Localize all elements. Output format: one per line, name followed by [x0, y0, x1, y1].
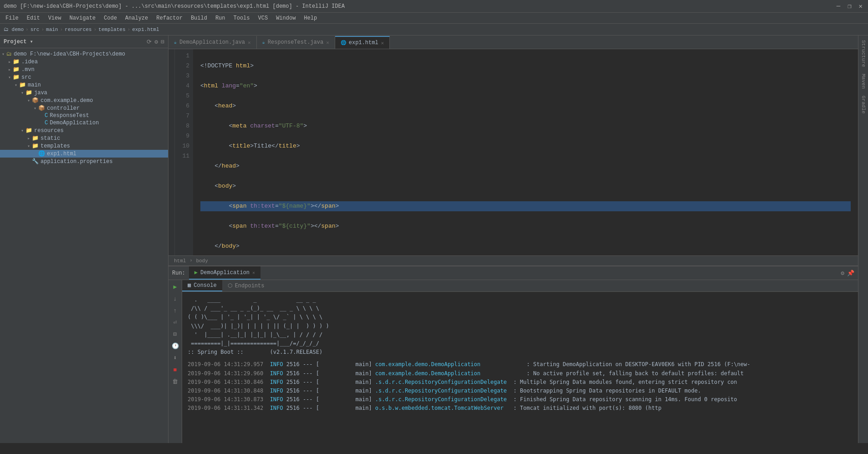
- tree-item-static[interactable]: ▸ 📁 static: [0, 134, 168, 142]
- tree-label-static: static: [41, 135, 60, 142]
- tab-responsetest[interactable]: ☕ ResponseTest.java ✕: [257, 36, 335, 49]
- menu-item-analyze[interactable]: Analyze: [122, 14, 152, 22]
- tree-item-resources[interactable]: ▾ 📁 resources: [0, 127, 168, 134]
- import-button[interactable]: ⬇: [170, 353, 180, 363]
- close-button[interactable]: ✕: [857, 2, 864, 10]
- breadcrumb-resources[interactable]: resources: [65, 27, 92, 32]
- tree-file-icon-exp1html: 🌐: [38, 150, 45, 157]
- tree-item-controller[interactable]: ▾ 📦 controller: [0, 104, 168, 112]
- code-line-3: <head>: [200, 101, 851, 111]
- menu-item-view[interactable]: View: [45, 14, 65, 22]
- window-controls[interactable]: — ❐ ✕: [835, 2, 864, 10]
- scroll-down-button[interactable]: ↓: [170, 294, 180, 304]
- breadcrumb-templates[interactable]: templates: [98, 27, 125, 32]
- menu-item-run[interactable]: Run: [212, 14, 229, 22]
- console-tab[interactable]: ▦ Console: [182, 280, 222, 291]
- gradle-icon[interactable]: Gradle: [860, 93, 867, 117]
- tree-item-src[interactable]: ▾ 📁 src: [0, 73, 168, 81]
- tree-file-icon-java: 📁: [26, 89, 32, 96]
- tree-item-templates[interactable]: ▾ 📁 templates: [0, 142, 168, 150]
- minimize-button[interactable]: —: [835, 2, 842, 10]
- tree-item-DemoApplication[interactable]: C DemoApplication: [0, 119, 168, 127]
- tree-arrow-demo-root[interactable]: ▾: [0, 51, 6, 57]
- filter-button[interactable]: ⊟: [170, 329, 180, 339]
- console-icon: ▦: [188, 282, 191, 289]
- breadcrumb-src[interactable]: src: [31, 27, 40, 32]
- menu-item-code[interactable]: Code: [100, 14, 121, 22]
- menu-item-tools[interactable]: Tools: [230, 14, 254, 22]
- endpoints-tab-label: Endpoints: [235, 283, 265, 289]
- tree-arrow-java[interactable]: ▾: [19, 90, 26, 96]
- maven-icon[interactable]: Maven: [860, 71, 867, 92]
- menu-item-window[interactable]: Window: [272, 14, 299, 22]
- tree-item-appprops[interactable]: 🔧 application.properties: [0, 158, 168, 165]
- tree-item-java[interactable]: ▾ 📁 java: [0, 89, 168, 97]
- console-output: . ____ _ __ _ _ /\\ / ___'_ __ _ _(_)_ _…: [182, 292, 858, 443]
- menu-item-vcs[interactable]: VCS: [255, 14, 272, 22]
- tree-item-ResponseTest[interactable]: C ResponseTest: [0, 112, 168, 119]
- clear-button[interactable]: 🗑: [170, 377, 180, 387]
- tab-close-icon[interactable]: ✕: [326, 40, 329, 46]
- tree-arrow-mvn[interactable]: ▸: [6, 67, 13, 72]
- run-app-tab[interactable]: ▶ DemoApplication ✕: [189, 266, 260, 280]
- menu-item-file[interactable]: File: [2, 14, 22, 22]
- tab-demoapplication[interactable]: ☕ DemoApplication.java ✕: [168, 36, 257, 49]
- settings-gear-icon[interactable]: ⚙: [841, 270, 844, 277]
- scroll-up-button[interactable]: ↑: [170, 306, 180, 316]
- tree-item-mvn[interactable]: ▸ 📁 .mvn: [0, 66, 168, 73]
- tree-item-demo-root[interactable]: ▾ 🗂 demo F:\new-idea\CBH-Projects\demo: [0, 50, 168, 58]
- log-line-1: 2019-09-06 14:31:29.957 INFO 2516 --- [ …: [188, 360, 853, 369]
- wrap-button[interactable]: ⏎: [170, 317, 180, 327]
- menu-item-navigate[interactable]: Navigate: [66, 14, 99, 22]
- tree-arrow-templates[interactable]: ▾: [26, 143, 32, 149]
- tab-close-icon[interactable]: ✕: [248, 40, 251, 46]
- collapse-icon[interactable]: ⊟: [161, 38, 164, 46]
- tree-file-icon-resources: 📁: [26, 127, 32, 134]
- tree-item-exp1html[interactable]: 🌐 exp1.html: [0, 150, 168, 158]
- endpoints-tab[interactable]: ⬡ Endpoints: [222, 280, 270, 291]
- tree-arrow-resources[interactable]: ▾: [19, 128, 26, 133]
- tree-label-mvn: .mvn: [21, 66, 35, 73]
- main-layout: Project ▾ ⟳ ⚙ ⊟ ▾ 🗂 demo F:\new-idea\CBH…: [0, 36, 868, 443]
- tree-file-icon-demo-root: 🗂: [6, 51, 12, 57]
- log-line-6: 2019-09-06 14:31:31.342 INFO 2516 --- [ …: [188, 404, 853, 413]
- structure-icon[interactable]: Structure: [860, 37, 867, 70]
- tab-exp1html[interactable]: 🌐 exp1.html ✕: [335, 36, 390, 49]
- sidebar-icons[interactable]: ⟳ ⚙ ⊟: [147, 38, 164, 46]
- tree-arrow-controller[interactable]: ▾: [32, 106, 38, 111]
- breadcrumb-file[interactable]: exp1.html: [132, 27, 159, 32]
- tree-label-src: src: [21, 74, 31, 81]
- run-tab-close[interactable]: ✕: [252, 270, 255, 275]
- tree-item-main[interactable]: ▾ 📁 main: [0, 81, 168, 89]
- maximize-button[interactable]: ❐: [846, 2, 853, 10]
- tree-file-icon-main: 📁: [19, 82, 26, 88]
- tab-close-icon[interactable]: ✕: [381, 40, 384, 46]
- menu-item-help[interactable]: Help: [300, 14, 321, 22]
- tree-file-icon-DemoApplication: C: [45, 120, 48, 126]
- tree-item-com-example[interactable]: ▾ 📦 com.example.demo: [0, 97, 168, 104]
- tab-label: ResponseTest.java: [268, 39, 323, 46]
- tree-arrow-src[interactable]: ▾: [6, 75, 13, 80]
- tree-arrow-static[interactable]: ▸: [26, 136, 32, 141]
- settings-icon[interactable]: ⚙: [154, 38, 158, 46]
- rerun-button[interactable]: ▶: [170, 282, 180, 292]
- stop-button[interactable]: ■: [170, 365, 180, 375]
- menu-item-refactor[interactable]: Refactor: [153, 14, 186, 22]
- tree-arrow-com-example[interactable]: ▾: [26, 98, 32, 103]
- menu-item-build[interactable]: Build: [187, 14, 211, 22]
- sidebar-title: Project ▾: [4, 38, 33, 45]
- history-button[interactable]: 🕐: [170, 341, 180, 351]
- code-editor[interactable]: 1 2 3 4 5 6 7 8 9 10 11 <!DOCTYPE html> …: [168, 49, 858, 255]
- run-header-controls[interactable]: ⚙ 📌: [841, 270, 858, 277]
- menu-item-edit[interactable]: Edit: [23, 14, 44, 22]
- tree-arrow-idea[interactable]: ▸: [6, 59, 13, 65]
- pin-icon[interactable]: 📌: [847, 270, 854, 277]
- tree-arrow-main[interactable]: ▾: [13, 82, 19, 88]
- breadcrumb-demo[interactable]: 🗂 demo: [4, 26, 24, 32]
- tree-label-controller: controller: [47, 105, 80, 112]
- sync-icon[interactable]: ⟳: [147, 38, 152, 46]
- run-green-icon: ▶: [194, 269, 198, 276]
- tree-item-idea[interactable]: ▸ 📁 .idea: [0, 58, 168, 66]
- code-content[interactable]: <!DOCTYPE html> <html lang="en"> <head> …: [193, 49, 858, 255]
- breadcrumb-main[interactable]: main: [46, 27, 58, 32]
